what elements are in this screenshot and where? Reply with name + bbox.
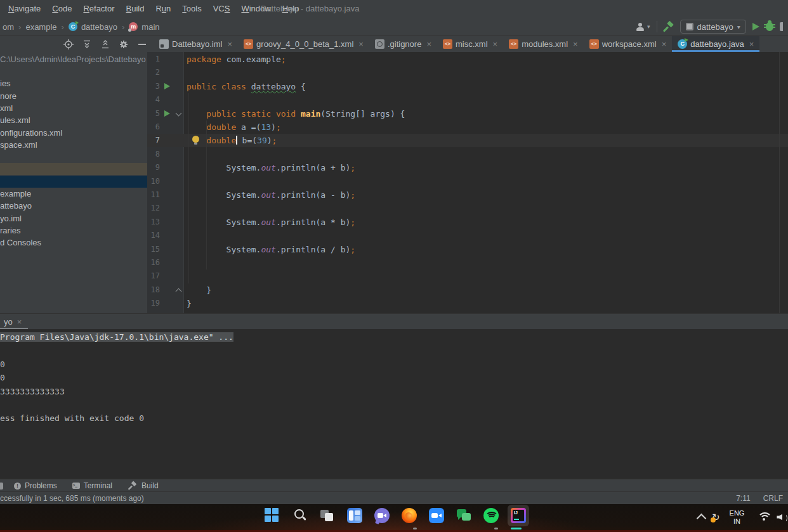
wifi-icon[interactable] <box>758 512 770 522</box>
breadcrumb-item[interactable]: dattebayo <box>81 22 117 32</box>
tree-row[interactable]: ules.xml <box>0 114 147 126</box>
code-line[interactable]: } <box>187 297 192 310</box>
tree-row[interactable]: onfigurations.xml <box>0 127 147 139</box>
close-icon[interactable]: × <box>227 39 232 49</box>
tree-row[interactable]: yo.iml <box>0 212 147 224</box>
locate-file-icon[interactable] <box>63 39 74 49</box>
close-icon[interactable]: × <box>426 39 431 49</box>
tab-.gitignore[interactable]: .gitignore× <box>369 36 437 52</box>
project-panel[interactable]: C:\Users\Admin\IdeaProjects\Dattebayo ie… <box>0 52 148 313</box>
code-line[interactable]: double b=(39); <box>187 134 277 147</box>
menu-code[interactable]: Code <box>46 0 77 18</box>
toolwindow-terminal-button[interactable]: Terminal <box>72 481 112 490</box>
close-icon[interactable]: × <box>573 39 578 49</box>
run-button[interactable] <box>752 23 759 30</box>
run-line-icon[interactable] <box>164 83 170 89</box>
user-icon[interactable] <box>636 23 645 31</box>
code-line[interactable]: public static void main(String[] args) { <box>187 107 405 120</box>
console-line: 0 <box>0 358 5 371</box>
breadcrumb-item[interactable]: om <box>3 22 14 32</box>
code-editor[interactable]: 12345678910111213141516171819 package co… <box>147 52 788 313</box>
tree-row[interactable]: raries <box>0 224 147 237</box>
caret-position-widget[interactable]: 7:11 <box>736 494 750 503</box>
firefox-icon[interactable] <box>402 508 417 523</box>
taskbar-icons <box>264 507 526 524</box>
code-line[interactable]: } <box>187 283 211 297</box>
tab-Dattebayo.iml[interactable]: Dattebayo.iml× <box>154 36 238 52</box>
tree-row[interactable] <box>0 176 147 188</box>
code-line[interactable]: public class dattebayo { <box>187 80 306 93</box>
search-icon[interactable] <box>292 508 308 523</box>
menu-vcs[interactable]: VCS <box>207 0 236 18</box>
line-number: 1 <box>147 53 160 66</box>
gear-icon[interactable] <box>119 39 129 49</box>
menu-navigate[interactable]: Navigate <box>3 0 46 18</box>
tool-window-buttons: ProblemsTerminalBuild <box>14 481 174 491</box>
tab-misc.xml[interactable]: misc.xml× <box>437 36 503 52</box>
teams-chat-icon[interactable] <box>374 508 390 523</box>
tree-row[interactable]: d Consoles <box>0 237 147 249</box>
chevron-down-icon[interactable]: ▾ <box>647 23 650 30</box>
tab-modules.xml[interactable]: modules.xml× <box>503 36 584 52</box>
tree-row[interactable] <box>0 163 147 175</box>
tree-row[interactable]: xml <box>0 102 147 114</box>
menu-refactor[interactable]: Refactor <box>77 0 120 18</box>
language-indicator[interactable]: ENGIN <box>730 509 745 526</box>
build-hammer-icon[interactable] <box>664 22 674 32</box>
line-number: 17 <box>147 269 160 283</box>
window-title: Dattebayo - dattebayo.java <box>261 0 359 18</box>
intellij-idea-icon[interactable] <box>511 508 526 523</box>
widgets-icon[interactable] <box>347 508 362 523</box>
start-icon[interactable] <box>264 507 280 524</box>
debug-button[interactable] <box>766 22 773 31</box>
console-output[interactable]: Program Files\Java\jdk-17.0.1\bin\java.e… <box>0 329 788 479</box>
close-icon[interactable]: × <box>662 39 667 49</box>
run-tab[interactable]: yo × <box>0 317 22 327</box>
task-view-icon[interactable] <box>320 508 335 523</box>
xml-file-icon <box>509 39 518 49</box>
tab-groovy_4_0_0_beta_1.xml[interactable]: groovy_4_0_0_beta_1.xml× <box>238 36 369 52</box>
toolwindow-build-button[interactable]: Build <box>128 481 159 491</box>
tree-row[interactable]: space.xml <box>0 139 147 151</box>
tree-row[interactable]: ies <box>0 77 147 89</box>
hidden-icons-chevron[interactable] <box>697 514 707 524</box>
breadcrumb-item[interactable]: main <box>141 22 159 32</box>
speaker-icon[interactable] <box>777 513 787 522</box>
collapse-all-icon[interactable] <box>100 39 110 49</box>
console-line: 0 <box>0 371 5 384</box>
line-number: 6 <box>147 120 160 134</box>
tree-row[interactable]: attebayo <box>0 200 147 212</box>
menu-run[interactable]: Run <box>150 0 176 18</box>
close-icon[interactable]: × <box>17 317 22 327</box>
sync-status-icon[interactable]: ↻ <box>712 512 720 523</box>
menu-items: NavigateCodeRefactorBuildRunToolsVCSWind… <box>3 0 305 18</box>
tab-dattebayo.java[interactable]: dattebayo.java× <box>672 36 759 52</box>
line-number: 9 <box>147 161 160 174</box>
code-line[interactable]: System.out.println(a + b); <box>187 161 355 174</box>
zoom-icon[interactable] <box>429 508 444 523</box>
expand-all-icon[interactable] <box>82 39 92 49</box>
code-line[interactable]: double a =(13); <box>187 120 281 134</box>
close-icon[interactable]: × <box>749 39 754 49</box>
run-line-icon[interactable] <box>164 110 170 117</box>
menu-build[interactable]: Build <box>121 0 150 18</box>
run-configuration-select[interactable]: dattebayo ▾ <box>680 20 746 34</box>
spotify-icon[interactable] <box>483 508 499 523</box>
code-line[interactable]: System.out.println(a / b); <box>187 243 355 256</box>
breadcrumb-item[interactable]: example <box>25 22 56 32</box>
tab-workspace.xml[interactable]: workspace.xml× <box>584 36 673 52</box>
tree-row[interactable] <box>0 151 147 163</box>
tree-row[interactable]: example <box>0 188 147 200</box>
code-line[interactable]: package com.example; <box>187 53 286 66</box>
code-line[interactable]: System.out.println(a - b); <box>187 188 355 202</box>
breadcrumb[interactable]: om›example›Cdattebayo›mmain <box>3 18 160 36</box>
menu-tools[interactable]: Tools <box>176 0 207 18</box>
hide-panel-icon[interactable] <box>137 39 147 49</box>
close-icon[interactable]: × <box>493 39 498 49</box>
tree-row[interactable]: nore <box>0 90 147 102</box>
close-icon[interactable]: × <box>358 39 364 49</box>
toolwindow-problems-button[interactable]: Problems <box>14 481 57 490</box>
line-separator-widget[interactable]: CRLF <box>763 494 783 503</box>
code-line[interactable]: System.out.println(a * b); <box>187 216 355 229</box>
google-chat-icon[interactable] <box>456 508 471 523</box>
